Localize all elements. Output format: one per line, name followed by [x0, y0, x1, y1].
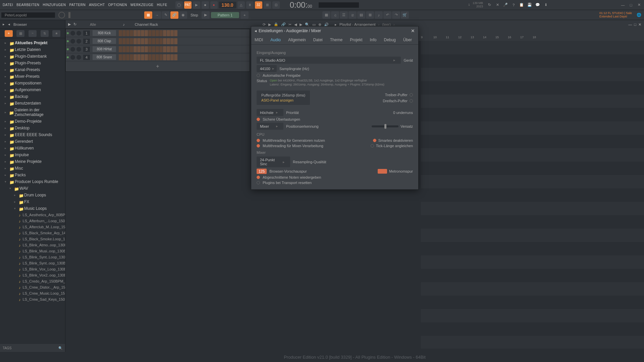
tree-item[interactable]: ▸📁Desktop: [0, 125, 65, 131]
smart-disable-toggle[interactable]: [373, 139, 376, 142]
trunc-notes-toggle[interactable]: [257, 176, 260, 179]
resampling-select[interactable]: 24-Punkt Sinc▸: [257, 157, 290, 167]
channel-number[interactable]: 3: [83, 47, 90, 52]
maximize-icon[interactable]: □: [627, 1, 635, 9]
playlist-min-icon[interactable]: —: [628, 22, 632, 27]
file-item[interactable]: ♪LS_Blink_Synt..Loop_130BPM_Am: [0, 254, 65, 260]
forward-icon[interactable]: →: [153, 11, 161, 19]
tree-item[interactable]: ▸📁Mixer-Presets: [0, 73, 65, 80]
settings-pin-icon[interactable]: ◂: [255, 28, 257, 33]
undo-icon[interactable]: ↶: [383, 11, 391, 19]
file-item[interactable]: ♪LS_Blink_Vox_Loop_130BPM_Am: [0, 266, 65, 272]
tab-ueber[interactable]: Über: [402, 36, 413, 44]
tab-audio[interactable]: Audio: [270, 36, 281, 44]
channel-led[interactable]: [66, 56, 70, 58]
reset-plugins-toggle[interactable]: [257, 181, 260, 184]
channel-vol-knob[interactable]: [76, 55, 81, 60]
menu-bearbeiten[interactable]: BEARBEITEN: [15, 2, 41, 8]
channel-row[interactable]: 2 808 Clap: [66, 37, 250, 45]
chanrack-icon[interactable]: ♪: [123, 22, 125, 26]
tree-item[interactable]: ▸📁Aufgenommen: [0, 86, 65, 93]
pattern-selector[interactable]: Pattern 1: [211, 12, 239, 18]
file-item[interactable]: ♪LS_Black_Smoke_Arp_140BPM_G: [0, 230, 65, 236]
tempo-display[interactable]: 130.0: [219, 2, 236, 8]
tree-item[interactable]: ▸📁Impulse: [0, 152, 65, 158]
browser-fav-icon[interactable]: ★: [52, 30, 60, 37]
tree-item[interactable]: ▾📁Music Loops: [0, 205, 65, 212]
tab-debug[interactable]: Debug: [383, 36, 396, 44]
file-item[interactable]: ♪LS_Credo_Arp_150BPM_A#: [0, 278, 65, 284]
menu-pattern[interactable]: PATTERN: [68, 2, 87, 8]
channel-number[interactable]: 4: [83, 55, 90, 60]
tree-item[interactable]: ▸📁Kompositionen: [0, 80, 65, 86]
step-sequencer[interactable]: [119, 54, 177, 60]
chanrack-alle[interactable]: Alle: [90, 22, 96, 26]
time-display[interactable]: 0:00:00: [290, 0, 312, 10]
menu-hinzufuegen[interactable]: HINZUFüGEN: [42, 2, 67, 8]
channel-vol-knob[interactable]: [76, 47, 81, 52]
browser-arrow-icon[interactable]: ▸: [3, 22, 5, 26]
render-icon[interactable]: 💬: [534, 1, 541, 9]
multithread-mixer-toggle[interactable]: [257, 144, 260, 147]
tree-item[interactable]: ▾📁Producer Loops Rumble: [0, 178, 65, 185]
samplerate-select[interactable]: 44100▸: [257, 65, 277, 72]
main-menu[interactable]: DATEI BEARBEITEN HINZUFüGEN PATTERN ANSI…: [1, 2, 169, 8]
step-sequencer[interactable]: [119, 38, 177, 44]
pat-button[interactable]: PAT: [184, 1, 192, 9]
news-icon[interactable]: 📋: [518, 1, 525, 9]
buffer-panel[interactable]: Puffergröße 256smp (6ms) ASIO-Panel anze…: [257, 90, 310, 105]
download-icon[interactable]: ⬇: [542, 1, 549, 9]
channel-led[interactable]: [66, 48, 70, 50]
tick-align-toggle[interactable]: [371, 144, 374, 147]
tab-info[interactable]: Info: [369, 36, 377, 44]
browser-add-icon[interactable]: +: [5, 30, 13, 37]
tree-item[interactable]: ▸📁Kanal-Presets: [0, 66, 65, 73]
mixer-pos-select[interactable]: Mixer▸: [257, 123, 283, 130]
menu-datei[interactable]: DATEI: [1, 2, 14, 8]
tree-item[interactable]: ▸📁Meine Projekte: [0, 158, 65, 165]
tab-datei[interactable]: Datei: [313, 36, 323, 44]
device-select[interactable]: FL Studio ASIO▸: [257, 57, 401, 64]
mixer-icon[interactable]: ⎚: [348, 11, 357, 19]
browser-toggle-icon[interactable]: ▤: [357, 11, 365, 19]
channel-led[interactable]: [66, 32, 70, 34]
undo-history-icon[interactable]: ↻: [486, 1, 493, 9]
mic-icon[interactable]: 🎤: [502, 1, 509, 9]
step-sequencer[interactable]: [119, 30, 177, 36]
metronome-button[interactable]: △: [237, 1, 245, 9]
channel-vol-knob[interactable]: [76, 31, 81, 36]
driver-buffer-toggle[interactable]: [410, 93, 413, 97]
globe-icon[interactable]: 🌐: [635, 11, 643, 19]
multithread-gen-toggle[interactable]: [257, 139, 260, 142]
pattern-plus-icon[interactable]: +: [240, 11, 249, 19]
tree-aktuelles-projekt[interactable]: ▸📁Aktuelles Projekt: [0, 40, 65, 46]
channel-led[interactable]: [66, 40, 70, 42]
file-item[interactable]: ♪LS_Crew_Distor.._Arp_150BPM_D: [0, 284, 65, 290]
channel-row[interactable]: 4 808 Snare: [66, 53, 250, 61]
channel-pan-knob[interactable]: [70, 39, 75, 44]
tempo-tap-icon[interactable]: ♪: [375, 11, 383, 19]
tab-theme[interactable]: Theme: [329, 36, 343, 44]
tree-item[interactable]: ▸📁Benutzerdaten: [0, 100, 65, 107]
settings-close-icon[interactable]: ✕: [411, 28, 415, 34]
channel-number[interactable]: 2: [83, 39, 90, 44]
browser-audio-icon[interactable]: ~: [29, 30, 37, 37]
file-item[interactable]: ♪LS_Crew_Music.Loop_150BPM_D: [0, 290, 65, 296]
shop-icon[interactable]: 🛒: [401, 11, 409, 19]
redo-icon[interactable]: ↷: [392, 11, 400, 19]
channel-rack-icon[interactable]: ☰: [340, 11, 348, 19]
file-item[interactable]: ♪LS_Blink_Musi..oop_130BPM_Am: [0, 248, 65, 254]
tree-item[interactable]: ▸📁FX: [0, 198, 65, 205]
preview-track-number[interactable]: 125: [257, 169, 267, 174]
typing-keyboard-icon[interactable]: ✎: [162, 11, 170, 19]
tree-item[interactable]: ▸📁Dateien in der Zwischenablage: [0, 107, 65, 118]
tree-item[interactable]: ▸📁Gerendert: [0, 138, 65, 145]
record-button[interactable]: ●: [210, 1, 218, 9]
chanrack-play-icon[interactable]: ▶: [68, 22, 71, 26]
link-icon[interactable]: 🔗: [170, 11, 178, 19]
step-play-icon[interactable]: ▶: [202, 11, 210, 19]
sync-knob[interactable]: ◯: [175, 1, 183, 9]
save-icon[interactable]: 💾: [526, 1, 533, 9]
loop-rec-button[interactable]: ⊡: [272, 1, 280, 9]
main-volume-slider[interactable]: [68, 12, 70, 18]
